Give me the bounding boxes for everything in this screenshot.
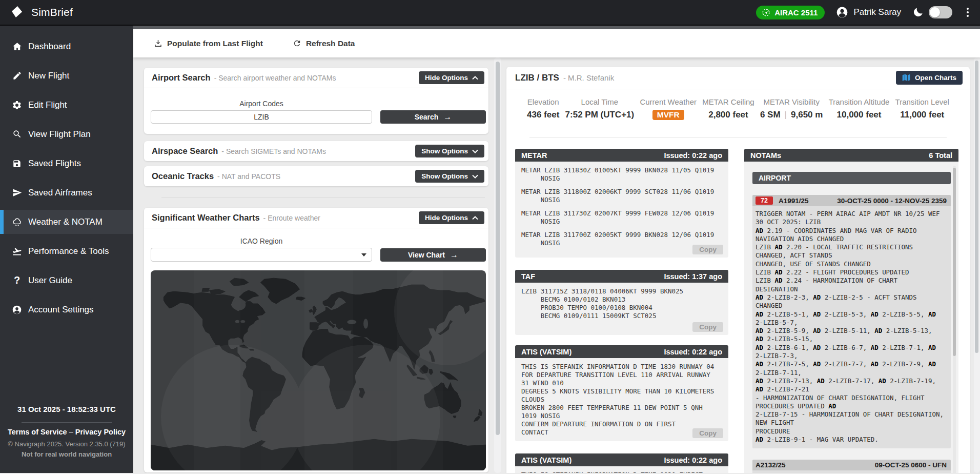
swc-subtitle: - Enroute weather [263, 214, 320, 222]
cloud-rain-icon [11, 216, 23, 228]
sidebar-item-account-settings[interactable]: Account Settings [0, 298, 133, 322]
metar-copy-button[interactable]: Copy [692, 245, 723, 254]
atis-panel-2: ATIS (VATSIM) Issued: 0:22 ago THIS IS S… [515, 453, 728, 473]
taf-copy-button[interactable]: Copy [692, 322, 723, 332]
left-column-scrollbar-thumb[interactable] [496, 62, 500, 435]
populate-last-flight-button[interactable]: Populate from Last Flight [154, 39, 263, 48]
sidebar-item-edit-flight[interactable]: Edit Flight [0, 93, 133, 117]
airport-detail-column: LZIB / BTS - M.R. Stefanik Open Charts E… [502, 57, 980, 473]
refresh-icon [293, 39, 301, 48]
airport-codes-input[interactable] [151, 110, 372, 124]
world-map[interactable] [151, 270, 486, 470]
sidebar-item-user-guide[interactable]: ? User Guide [0, 268, 133, 292]
privacy-policy-link[interactable]: Privacy Policy [75, 428, 126, 436]
notam-validity: 09-OCT-25 0600 - UFN [875, 461, 947, 469]
notams-title: NOTAMs [750, 151, 781, 160]
map-icon [902, 74, 910, 82]
sidebar-item-saved-airframes[interactable]: Saved Airframes [0, 181, 133, 205]
airport-codes-label: Airport Codes [151, 100, 372, 108]
search-icon [11, 129, 23, 140]
arrow-right-icon: → [443, 112, 452, 122]
atis-title: ATIS (VATSIM) [521, 456, 571, 464]
notam-item[interactable]: 72 A1991/25 30-OCT-25 0000 - 12-NOV-25 2… [752, 195, 951, 448]
airspace-search-title: Airspace Search [152, 146, 218, 156]
swc-toggle-button[interactable]: Hide Options [419, 211, 484, 224]
metar-issued: Issued: 0:22 ago [664, 151, 722, 160]
overflow-menu-icon[interactable] [964, 6, 972, 19]
sidebar-item-saved-flights[interactable]: Saved Flights [0, 151, 133, 175]
sidebar-divider [22, 422, 112, 423]
chevron-down-icon [472, 174, 478, 179]
airac-label: AIRAC 2511 [774, 8, 818, 17]
airport-search-subtitle: - Search airport weather and NOTAMs [214, 74, 336, 82]
notams-total: 6 Total [929, 151, 952, 160]
dark-mode-toggle[interactable] [929, 6, 952, 18]
brand[interactable]: SimBrief [9, 5, 73, 20]
airac-globe-icon [762, 8, 770, 17]
pencil-icon [11, 70, 23, 82]
icao-region-label: ICAO Region [151, 237, 372, 245]
sidebar-item-view-flight-plan[interactable]: View Flight Plan [0, 122, 133, 146]
metar-title: METAR [521, 151, 547, 160]
simbrief-logo-icon [9, 5, 25, 20]
stat-transition-level: Transition Level 11,000 feet [895, 97, 949, 120]
atis-copy-button[interactable]: Copy [692, 428, 723, 438]
toolbar: Populate from Last Flight Refresh Data [133, 29, 980, 57]
user-circle-icon [11, 304, 23, 315]
top-navbar: SimBrief AIRAC 2511 Patrik Saray [0, 0, 980, 26]
airport-title: LZIB / BTS [515, 73, 559, 83]
caret-down-icon [361, 253, 366, 256]
sidebar: Dashboard New Flight Edit Flight View Fl… [0, 26, 133, 473]
icao-region-select[interactable] [151, 248, 372, 262]
swc-title: Significant Weather Charts [152, 213, 260, 223]
atis-panel: ATIS (VATSIM) Issued: 0:22 ago THIS IS S… [515, 345, 728, 441]
metar-entry: METAR LZIB 311730Z 02007KT 9999 FEW028 1… [521, 209, 722, 226]
sidebar-item-dashboard[interactable]: Dashboard [0, 34, 133, 58]
airport-search-card: Airport Search - Search airport weather … [144, 68, 488, 134]
notam-item[interactable]: A2132/25 09-OCT-25 0600 - UFN [752, 460, 951, 473]
notams-list: AIRPORT 72 A1991/25 30-OCT-25 0000 - 12-… [744, 162, 958, 473]
paper-plane-icon [11, 187, 23, 199]
atis-title: ATIS (VATSIM) [521, 348, 571, 356]
chevron-up-icon [472, 76, 478, 80]
disclaimer: Not for real world navigation [0, 450, 133, 458]
sidebar-item-performance-tools[interactable]: Performance & Tools [0, 239, 133, 263]
stat-metar-ceiling: METAR Ceiling 2,800 feet [702, 97, 754, 120]
metar-entry: METAR LZIB 311700Z 02005KT 9999 BKN028 1… [521, 231, 722, 247]
page-scrollbar-thumb[interactable] [975, 61, 978, 353]
user-menu[interactable]: Patrik Saray [836, 6, 901, 18]
taf-title: TAF [521, 272, 535, 281]
stat-current-weather: Current Weather MVFR [640, 97, 697, 120]
floppy-icon [11, 158, 23, 169]
notam-scrollbar-thumb[interactable] [953, 168, 956, 356]
sidebar-item-weather-notam[interactable]: Weather & NOTAM [0, 210, 133, 234]
airac-badge[interactable]: AIRAC 2511 [756, 6, 825, 19]
brand-name: SimBrief [31, 6, 73, 18]
chevron-up-icon [472, 216, 478, 220]
username: Patrik Saray [853, 7, 901, 17]
oceanic-tracks-subtitle: - NAT and PACOTS [217, 172, 280, 181]
sidebar-item-new-flight[interactable]: New Flight [0, 64, 133, 88]
metar-panel: METAR Issued: 0:22 ago METAR LZIB 311830… [515, 149, 728, 258]
taf-issued: Issued: 1:37 ago [664, 272, 722, 281]
airport-search-button[interactable]: Search → [380, 110, 486, 124]
metar-entry: METAR LZIB 311800Z 02006KT 9999 SCT028 1… [521, 188, 722, 204]
open-charts-button[interactable]: Open Charts [896, 71, 963, 85]
oceanic-tracks-toggle-button[interactable]: Show Options [415, 170, 484, 183]
notams-column: NOTAMs 6 Total AIRPORT 72 A1991/25 [744, 149, 958, 473]
atis-text: THIS IS STEFANIK INFORMATION D TIME 1830… [521, 471, 722, 473]
refresh-data-button[interactable]: Refresh Data [293, 39, 355, 48]
atis-text: THIS IS STEFANIK INFORMATION D TIME 1830… [521, 363, 722, 437]
terms-of-service-link[interactable]: Terms of Service [8, 428, 67, 436]
airport-search-toggle-button[interactable]: Hide Options [419, 71, 484, 84]
notam-age-badge: 72 [756, 196, 773, 205]
chevron-down-icon [472, 149, 478, 153]
airspace-search-toggle-button[interactable]: Show Options [415, 145, 484, 157]
download-icon [154, 39, 162, 48]
airport-stats: Elevation 436 feet Local Time 7:52 PM (U… [506, 89, 970, 120]
toggle-knob [930, 7, 940, 17]
utc-clock: 31 Oct 2025 - 18:52:33 UTC [0, 405, 133, 413]
avatar-icon [836, 6, 848, 18]
copyright: © Navigraph 2025. Version 2.35.0 (719) [0, 440, 133, 448]
view-chart-button[interactable]: View Chart → [380, 248, 486, 262]
